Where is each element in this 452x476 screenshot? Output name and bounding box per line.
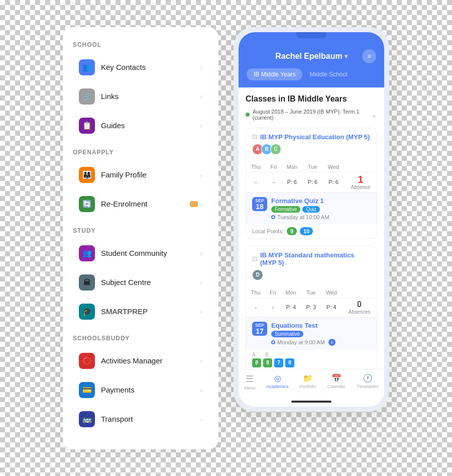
nav-portfolio-label: Portfolio [300, 384, 316, 389]
nav-calendar[interactable]: 📅 Calendar [327, 373, 346, 391]
score-a2: 8 [263, 358, 272, 367]
menu-label-re-enrolment: Re-Enrolment [101, 200, 148, 208]
menu-item-payments[interactable]: 💳 Payments › [73, 377, 208, 403]
points-label: Local Points: [252, 228, 284, 234]
menu-icon-emoji-key-contacts: 👥 [82, 63, 92, 72]
menu-item-links[interactable]: 🔗 Links › [73, 83, 208, 110]
hamburger-button[interactable]: ≡ [362, 49, 376, 63]
chevron-icon-re-enrolment: › [200, 200, 202, 208]
menu-item-family-profile[interactable]: 👨‍👩‍👧 Family Profile › [73, 162, 208, 188]
menu-item-subject-centre[interactable]: 🏛 Subject Centre › [73, 269, 208, 296]
chevron-down-icon: ▾ [345, 53, 348, 60]
event-time-text-pe: Tuesday at 10:00 AM [277, 214, 329, 220]
time-dot-math [271, 340, 275, 344]
cell-wed: P: 6 [322, 172, 344, 192]
section-title-openapply: OPENAPPLY [73, 149, 208, 156]
menu-icon: ☰ [246, 373, 254, 385]
chevron-icon-guides: › [200, 122, 202, 130]
menu-icon-smartprep: 🎓 [79, 304, 95, 320]
menu-item-left-activities-manager: ⭕ Activities Manager [79, 353, 163, 369]
phone-notch [291, 32, 331, 41]
phone-bottom-nav: ☰ Menu ◎ Academics 📁 Portfolio 📅 Calenda… [239, 369, 384, 397]
menu-right-links: › [200, 92, 202, 101]
math-cell-wed: P: 4 [321, 298, 342, 317]
menu-label-payments: Payments [101, 386, 135, 394]
event-date-badge-math: SEP 17 Equations Test Summative [252, 322, 371, 346]
scene: SCHOOL 👥 Key Contacts › 🔗 Links › [63, 27, 389, 449]
class-header-pe: ⊡ IB MYP Physical Education (MYP 5) A B … [246, 128, 377, 162]
menu-icon-key-contacts: 👥 [79, 59, 95, 75]
menu-item-activities-manager[interactable]: ⭕ Activities Manager › [73, 348, 208, 374]
menu-right-guides: › [200, 122, 202, 130]
term-selector[interactable]: August 2018 – June 2019 (IB MYP): Term 1… [246, 109, 377, 121]
chevron-icon-smartprep: › [200, 308, 202, 316]
menu-icon-transport: 🚌 [79, 411, 95, 427]
menu-item-left-key-contacts: 👥 Key Contacts [79, 59, 146, 75]
avatars-pe: A B C [252, 144, 371, 155]
math-cell-fri: - [265, 298, 281, 317]
col-absence [345, 162, 377, 172]
tab-ib-middle-years[interactable]: IB Middle Years [247, 68, 302, 80]
event-day-math: 17 [255, 328, 264, 335]
date-badge-math: SEP 17 [252, 322, 267, 336]
nav-academics[interactable]: ◎ Academics [267, 373, 289, 391]
absence-cell: 1 Absence [345, 172, 377, 192]
tab-middle-school[interactable]: Middle School [302, 68, 354, 80]
phone-tabs: IB Middle Years Middle School [239, 68, 384, 80]
info-icon[interactable]: i [328, 339, 335, 346]
chevron-icon-links: › [200, 92, 202, 101]
cell-fri: - [266, 172, 281, 192]
menu-label-links: Links [101, 92, 119, 101]
event-name-math[interactable]: Equations Test [271, 322, 371, 329]
class-icon-pe: ⊡ [252, 133, 257, 140]
menu-item-left-subject-centre: 🏛 Subject Centre [79, 274, 151, 291]
point-value-2: 10 [300, 227, 313, 235]
menu-item-guides[interactable]: 📋 Guides › [73, 113, 208, 139]
class-name-pe[interactable]: IB MYP Physical Education (MYP 5) [260, 133, 370, 141]
nav-portfolio[interactable]: 📁 Portfolio [300, 373, 316, 391]
menu-icon-emoji-activities-manager: ⭕ [82, 356, 92, 365]
menu-right-re-enrolment: › [190, 200, 202, 208]
nav-timetables-label: Timetables [357, 384, 379, 389]
math-col-mon: Mon [281, 288, 301, 298]
schedule-table-pe: Thu Fri Mon Tue Wed - [246, 162, 377, 193]
menu-label-transport: Transport [101, 415, 133, 423]
portfolio-icon: 📁 [303, 373, 313, 383]
cell-mon: P: 6 [281, 172, 302, 192]
menu-item-transport[interactable]: 🚌 Transport › [73, 406, 208, 432]
nav-menu-label: Menu [244, 386, 256, 391]
cell-thu: - [246, 172, 266, 192]
math-cell-thu: - [246, 298, 265, 317]
menu-item-re-enrolment[interactable]: 🔄 Re-Enrolment › [73, 191, 208, 217]
nav-timetables[interactable]: 🕐 Timetables [357, 373, 379, 391]
a-label: A: B: [252, 352, 270, 357]
menu-icon-emoji-smartprep: 🎓 [82, 307, 92, 316]
menu-icon-activities-manager: ⭕ [79, 353, 95, 369]
math-cell-mon: P: 4 [281, 298, 301, 317]
class-name-math[interactable]: IB MYP Standard mathematics (MYP 5) [260, 251, 371, 266]
chevron-icon-key-contacts: › [200, 63, 202, 71]
menu-label-subject-centre: Subject Centre [101, 278, 151, 287]
menu-right-student-community: › [200, 249, 202, 257]
class-card-pe: ⊡ IB MYP Physical Education (MYP 5) A B … [246, 128, 377, 239]
math-col-thu: Thu [246, 288, 265, 298]
menu-item-left-guides: 📋 Guides [79, 118, 125, 134]
left-panel: SCHOOL 👥 Key Contacts › 🔗 Links › [63, 27, 218, 449]
math-col-fri: Fri [265, 288, 281, 298]
menu-icon-subject-centre: 🏛 [79, 274, 95, 291]
content-title: Classes in IB Middle Years [246, 94, 377, 104]
menu-icon-guides: 📋 [79, 118, 95, 134]
menu-right-subject-centre: › [200, 278, 202, 287]
menu-item-key-contacts[interactable]: 👥 Key Contacts › [73, 54, 208, 80]
menu-icon-student-community: 👥 [79, 245, 95, 261]
nav-menu[interactable]: ☰ Menu [244, 373, 256, 391]
menu-icon-emoji-payments: 💳 [82, 386, 92, 395]
menu-right-transport: › [200, 415, 202, 423]
menu-icon-emoji-student-community: 👥 [82, 249, 92, 258]
menu-item-student-community[interactable]: 👥 Student Community › [73, 240, 208, 266]
menu-item-smartprep[interactable]: 🎓 SMARTPREP › [73, 299, 208, 325]
event-date-badge-pe: SEP 18 Formative Quiz 1 Formative Quiz [252, 197, 371, 220]
event-name-pe[interactable]: Formative Quiz 1 [271, 197, 371, 205]
phone-title-row: Rachel Epelbaum ▾ ≡ [239, 47, 384, 68]
menu-icon-emoji-re-enrolment: 🔄 [82, 200, 92, 209]
